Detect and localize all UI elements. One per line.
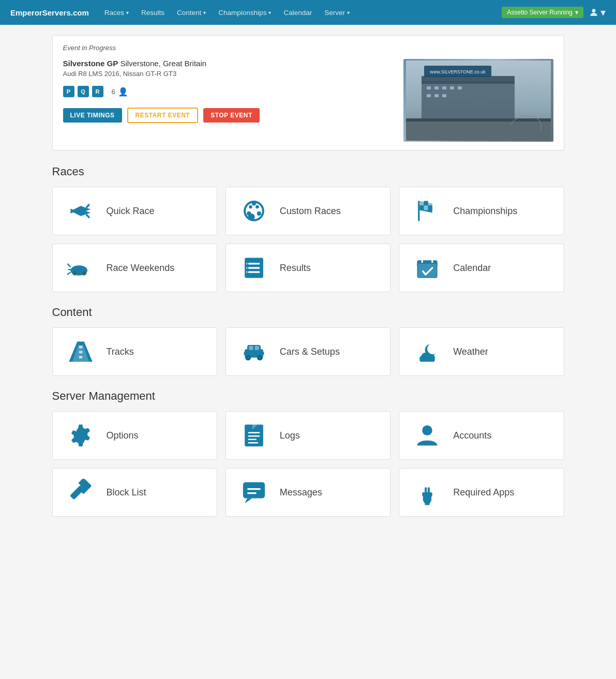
server-section-title: Server Management: [52, 389, 564, 403]
required-apps-icon: [412, 479, 443, 506]
road-icon: [67, 338, 94, 365]
results-list-icon: [241, 254, 267, 281]
checkered-flag-icon: [414, 198, 441, 224]
block-list-card[interactable]: Block List: [52, 468, 217, 517]
championships-label: Championships: [453, 206, 517, 217]
event-title: Silverstone GP Silverstone, Great Britai…: [63, 59, 393, 68]
calendar-check-icon: [414, 254, 441, 281]
tracks-card[interactable]: Tracks: [52, 327, 217, 376]
svg-marker-81: [245, 498, 252, 503]
block-list-icon: [65, 479, 96, 506]
server-caret: ▾: [347, 10, 350, 16]
weather-icon: [412, 338, 443, 365]
event-track-image: www.SILVERSTONE.co.uk: [403, 59, 553, 142]
svg-point-18: [252, 201, 256, 205]
user-menu-button[interactable]: ▾: [589, 6, 606, 19]
messages-card[interactable]: Messages: [226, 468, 390, 517]
custom-races-card[interactable]: Custom Races: [226, 187, 390, 235]
svg-rect-60: [254, 346, 259, 350]
svg-rect-29: [420, 205, 424, 210]
svg-rect-72: [248, 432, 260, 433]
content-section-title: Content: [52, 306, 564, 319]
session-p-badge: P: [63, 86, 74, 97]
person-icon: [414, 422, 441, 449]
event-card: Event in Progress Silverstone GP Silvers…: [52, 35, 564, 150]
hammer-icon: [67, 479, 94, 506]
cars-setups-card[interactable]: Cars & Setups: [226, 327, 390, 376]
results-icon: [238, 254, 269, 281]
svg-rect-54: [79, 346, 82, 349]
svg-point-34: [72, 271, 77, 275]
svg-rect-89: [425, 487, 427, 493]
nav-championships[interactable]: Championships ▾: [213, 6, 276, 20]
svg-rect-87: [425, 503, 430, 505]
results-label: Results: [280, 263, 311, 274]
svg-rect-30: [424, 205, 428, 210]
navbar: EmperorServers.com Races ▾ Results Conte…: [0, 0, 616, 25]
svg-rect-14: [406, 118, 551, 122]
driver-person-icon: 👤: [118, 87, 128, 97]
svg-rect-8: [450, 86, 454, 89]
quick-race-card[interactable]: Quick Race: [52, 187, 217, 235]
weather-card[interactable]: Weather: [399, 327, 564, 376]
accounts-card[interactable]: Accounts: [399, 411, 564, 460]
nav-calendar[interactable]: Calendar: [278, 6, 317, 20]
calendar-icon: [412, 254, 443, 281]
svg-rect-42: [248, 271, 260, 273]
cars-setups-icon: [238, 338, 269, 365]
nav-server[interactable]: Server ▾: [319, 6, 355, 20]
required-apps-card[interactable]: Required Apps: [399, 468, 564, 517]
championships-icon: [412, 198, 443, 224]
svg-rect-73: [248, 435, 260, 436]
svg-rect-55: [79, 351, 82, 353]
logs-card[interactable]: Logs: [226, 411, 390, 460]
calendar-label: Calendar: [453, 263, 491, 274]
options-label: Options: [107, 430, 139, 441]
nav-races[interactable]: Races ▾: [99, 6, 134, 20]
results-card[interactable]: Results: [226, 244, 390, 292]
options-card[interactable]: Options: [52, 411, 217, 460]
weather-label: Weather: [453, 346, 488, 357]
race-weekends-card[interactable]: Race Weekends: [52, 244, 217, 292]
event-actions: LIVE TIMINGS RESTART EVENT STOP EVENT: [63, 108, 393, 123]
nav-content[interactable]: Content ▾: [172, 6, 211, 20]
champ-caret: ▾: [268, 10, 271, 16]
nav-results[interactable]: Results: [136, 6, 170, 20]
live-timings-button[interactable]: LIVE TIMINGS: [63, 108, 122, 123]
tracks-label: Tracks: [107, 346, 134, 357]
svg-rect-74: [248, 439, 256, 440]
svg-rect-82: [247, 488, 261, 490]
session-r-badge: R: [92, 86, 103, 97]
navbar-links: Races ▾ Results Content ▾ Championships …: [99, 6, 492, 20]
svg-rect-49: [418, 264, 437, 277]
svg-point-35: [82, 271, 86, 275]
svg-rect-10: [427, 94, 431, 97]
event-info: Silverstone GP Silverstone, Great Britai…: [63, 59, 393, 123]
server-status-label: Assetto Server Running: [507, 9, 573, 16]
stop-event-button[interactable]: STOP EVENT: [203, 108, 260, 123]
svg-point-21: [249, 205, 252, 209]
jet-icon: [67, 198, 94, 224]
logs-label: Logs: [280, 430, 300, 441]
svg-rect-51: [431, 259, 433, 263]
brand[interactable]: EmperorServers.com: [10, 8, 89, 17]
restart-event-button[interactable]: RESTART EVENT: [127, 108, 199, 123]
tracks-icon: [65, 338, 96, 365]
block-list-label: Block List: [107, 487, 146, 498]
options-icon: [65, 422, 96, 449]
calendar-card[interactable]: Calendar: [399, 244, 564, 292]
svg-rect-40: [248, 263, 260, 264]
server-status-badge[interactable]: Assetto Server Running ▾: [502, 7, 583, 18]
svg-point-62: [247, 356, 249, 359]
championships-card[interactable]: Championships: [399, 187, 564, 235]
svg-rect-11: [434, 94, 439, 97]
svg-rect-80: [243, 482, 265, 499]
event-track-name: Silverstone GP: [63, 59, 118, 68]
event-header-label: Event in Progress: [63, 44, 553, 52]
svg-rect-13: [406, 120, 551, 141]
cars-setups-label: Cars & Setups: [280, 346, 340, 357]
svg-rect-45: [246, 271, 247, 273]
user-icon: [589, 7, 599, 18]
night-cloud-icon: [414, 338, 441, 365]
event-track-location: Silverstone, Great Britain: [120, 59, 206, 68]
